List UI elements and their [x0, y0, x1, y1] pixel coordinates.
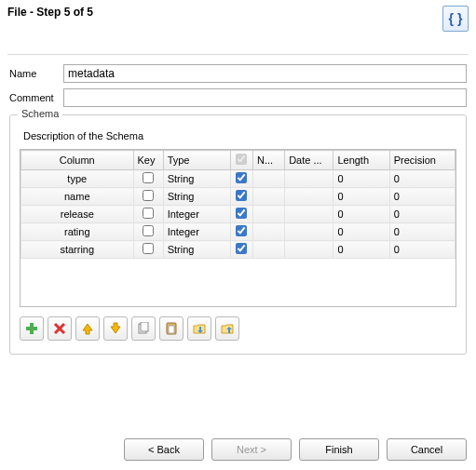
- cell-key[interactable]: [133, 170, 163, 188]
- cell-n[interactable]: [253, 206, 285, 223]
- nullable-checkbox[interactable]: [236, 225, 247, 236]
- cell-precision[interactable]: 0: [389, 188, 455, 206]
- col-n[interactable]: N...: [253, 151, 285, 170]
- cell-length[interactable]: 0: [333, 223, 389, 241]
- export-button[interactable]: [215, 316, 239, 341]
- fieldset-legend: Schema: [18, 108, 62, 119]
- cell-date[interactable]: [285, 223, 333, 241]
- form: Name Comment: [0, 64, 476, 107]
- table-row[interactable]: starringString00: [21, 241, 456, 259]
- cell-column[interactable]: type: [21, 170, 134, 188]
- table-header-row: Column Key Type N... Date ... Length Pre…: [21, 151, 456, 170]
- header: File - Step 5 of 5 { }: [0, 0, 476, 54]
- cell-nullable[interactable]: [230, 170, 252, 188]
- nullable-checkbox[interactable]: [236, 208, 247, 219]
- cell-type[interactable]: String: [163, 241, 230, 259]
- x-icon: [53, 322, 66, 335]
- cell-date[interactable]: [285, 206, 333, 223]
- cell-length[interactable]: 0: [333, 241, 389, 259]
- cell-n[interactable]: [253, 188, 285, 206]
- col-length[interactable]: Length: [333, 151, 389, 170]
- next-button: Next >: [211, 438, 292, 461]
- cell-n[interactable]: [253, 223, 285, 241]
- schema-description: Description of the Schema: [23, 130, 456, 141]
- comment-input[interactable]: [63, 88, 467, 107]
- key-checkbox[interactable]: [143, 225, 154, 236]
- cell-nullable[interactable]: [230, 223, 252, 241]
- cell-key[interactable]: [133, 188, 163, 206]
- nullable-checkbox[interactable]: [236, 190, 247, 201]
- import-button[interactable]: [187, 316, 211, 341]
- nullable-checkbox[interactable]: [236, 243, 247, 254]
- table-row[interactable]: typeString00: [21, 170, 456, 188]
- cell-type[interactable]: Integer: [163, 206, 230, 223]
- comment-label: Comment: [9, 92, 63, 103]
- svg-rect-5: [169, 326, 174, 333]
- col-key[interactable]: Key: [133, 151, 163, 170]
- cell-key[interactable]: [133, 223, 163, 241]
- col-precision[interactable]: Precision: [389, 151, 455, 170]
- finish-button[interactable]: Finish: [299, 438, 379, 461]
- name-label: Name: [9, 68, 63, 79]
- table-row[interactable]: releaseInteger00: [21, 206, 456, 223]
- cell-key[interactable]: [133, 241, 163, 259]
- cell-date[interactable]: [285, 170, 333, 188]
- move-down-button[interactable]: [103, 316, 128, 341]
- plus-icon: [25, 322, 38, 335]
- cell-precision[interactable]: 0: [389, 241, 455, 259]
- cell-type[interactable]: Integer: [163, 223, 230, 241]
- cell-n[interactable]: [253, 170, 285, 188]
- arrow-down-icon: [109, 322, 122, 335]
- table-row[interactable]: nameString00: [21, 188, 456, 206]
- cell-precision[interactable]: 0: [389, 223, 455, 241]
- add-button[interactable]: [20, 316, 44, 341]
- key-checkbox[interactable]: [143, 208, 154, 219]
- copy-button[interactable]: [131, 316, 156, 341]
- cell-column[interactable]: rating: [21, 223, 134, 241]
- name-input[interactable]: [63, 64, 467, 83]
- schema-fieldset: Schema Description of the Schema Column …: [9, 114, 467, 355]
- cell-column[interactable]: release: [21, 206, 134, 223]
- cell-length[interactable]: 0: [333, 170, 389, 188]
- key-checkbox[interactable]: [143, 243, 154, 254]
- cell-type[interactable]: String: [163, 188, 230, 206]
- back-button[interactable]: < Back: [124, 438, 204, 461]
- cell-nullable[interactable]: [230, 241, 252, 259]
- table-row[interactable]: ratingInteger00: [21, 223, 456, 241]
- paste-icon: [165, 322, 178, 335]
- col-date[interactable]: Date ...: [285, 151, 333, 170]
- folder-out-icon: [221, 322, 234, 335]
- col-type[interactable]: Type: [163, 151, 230, 170]
- paste-button[interactable]: [159, 316, 184, 341]
- cancel-button[interactable]: Cancel: [387, 438, 467, 461]
- cell-column[interactable]: name: [21, 188, 134, 206]
- svg-rect-1: [26, 327, 37, 330]
- separator: [7, 54, 469, 55]
- cell-type[interactable]: String: [163, 170, 230, 188]
- key-checkbox[interactable]: [143, 172, 154, 183]
- delete-button[interactable]: [48, 316, 72, 341]
- footer: < Back Next > Finish Cancel: [124, 438, 467, 461]
- cell-precision[interactable]: 0: [389, 170, 455, 188]
- schema-table: Column Key Type N... Date ... Length Pre…: [20, 149, 456, 307]
- cell-length[interactable]: 0: [333, 206, 389, 223]
- braces-icon: { }: [442, 6, 469, 32]
- cell-date[interactable]: [285, 241, 333, 259]
- cell-length[interactable]: 0: [333, 188, 389, 206]
- col-nullable-icon[interactable]: [230, 151, 252, 170]
- cell-nullable[interactable]: [230, 206, 252, 223]
- toolbar: [20, 316, 456, 341]
- col-column[interactable]: Column: [21, 151, 134, 170]
- cell-nullable[interactable]: [230, 188, 252, 206]
- cell-date[interactable]: [285, 188, 333, 206]
- cell-column[interactable]: starring: [21, 241, 134, 259]
- cell-n[interactable]: [253, 241, 285, 259]
- arrow-up-icon: [81, 322, 94, 335]
- cell-precision[interactable]: 0: [389, 206, 455, 223]
- move-up-button[interactable]: [75, 316, 100, 341]
- key-checkbox[interactable]: [143, 190, 154, 201]
- nullable-checkbox[interactable]: [236, 172, 247, 183]
- svg-rect-3: [141, 322, 148, 331]
- cell-key[interactable]: [133, 206, 163, 223]
- page-title: File - Step 5 of 5: [7, 6, 93, 19]
